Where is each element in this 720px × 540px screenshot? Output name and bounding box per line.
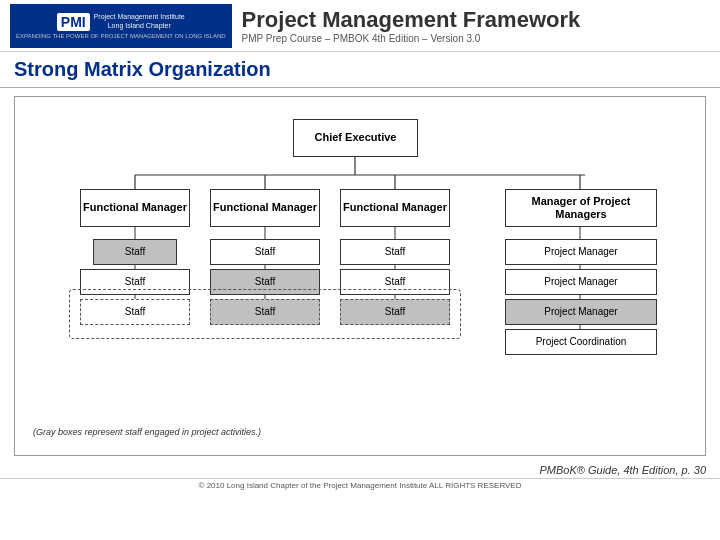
- fm1-label: Functional Manager: [83, 201, 187, 214]
- staff-fm3-3: Staff: [340, 299, 450, 325]
- footer-ref: PMBoK® Guide, 4th Edition, p. 30: [0, 464, 720, 478]
- staff-fm3-2: Staff: [340, 269, 450, 295]
- proj-coord-label: Project Coordination: [536, 336, 627, 348]
- staff-fm1-3: Staff: [80, 299, 190, 325]
- org-chart: Chief Executive Functional Manager Funct…: [25, 107, 695, 445]
- manager-pm-label: Manager of Project Managers: [508, 195, 654, 221]
- functional-manager-1-box: Functional Manager: [80, 189, 190, 227]
- logo-tagline: EXPANDING THE POWER OF PROJECT MANAGEMEN…: [16, 33, 226, 39]
- main-title: Project Management Framework: [242, 7, 710, 33]
- staff-fm2-2: Staff: [210, 269, 320, 295]
- manager-pm-box: Manager of Project Managers: [505, 189, 657, 227]
- functional-manager-2-box: Functional Manager: [210, 189, 320, 227]
- legend: (Gray boxes represent staff engaged in p…: [33, 427, 261, 437]
- pmi-logo-text: PMI: [57, 13, 90, 31]
- chief-executive-box: Chief Executive: [293, 119, 418, 157]
- chief-executive-label: Chief Executive: [315, 131, 397, 144]
- fm3-label: Functional Manager: [343, 201, 447, 214]
- staff-fm1-1: Staff: [93, 239, 177, 265]
- functional-manager-3-box: Functional Manager: [340, 189, 450, 227]
- header-title-block: Project Management Framework PMP Prep Co…: [242, 7, 710, 44]
- fm2-label: Functional Manager: [213, 201, 317, 214]
- logo: PMI Project Management Institute Long Is…: [10, 4, 232, 48]
- pm-1: Project Manager: [505, 239, 657, 265]
- logo-line2: Long Island Chapter: [94, 22, 185, 30]
- sub-title: PMP Prep Course – PMBOK 4th Edition – Ve…: [242, 33, 710, 44]
- diagram-area: Chief Executive Functional Manager Funct…: [14, 96, 706, 456]
- pm-2: Project Manager: [505, 269, 657, 295]
- page-title: Strong Matrix Organization: [0, 52, 720, 88]
- staff-fm1-2: Staff: [80, 269, 190, 295]
- footer-copyright: © 2010 Long Island Chapter of the Projec…: [0, 478, 720, 492]
- pm-3: Project Manager: [505, 299, 657, 325]
- staff-fm3-1: Staff: [340, 239, 450, 265]
- header: PMI Project Management Institute Long Is…: [0, 0, 720, 52]
- footer-ref-text: PMBoK® Guide, 4th Edition, p. 30: [540, 464, 706, 476]
- project-coordination-box: Project Coordination: [505, 329, 657, 355]
- staff-fm2-1: Staff: [210, 239, 320, 265]
- staff-fm2-3: Staff: [210, 299, 320, 325]
- logo-line1: Project Management Institute: [94, 13, 185, 21]
